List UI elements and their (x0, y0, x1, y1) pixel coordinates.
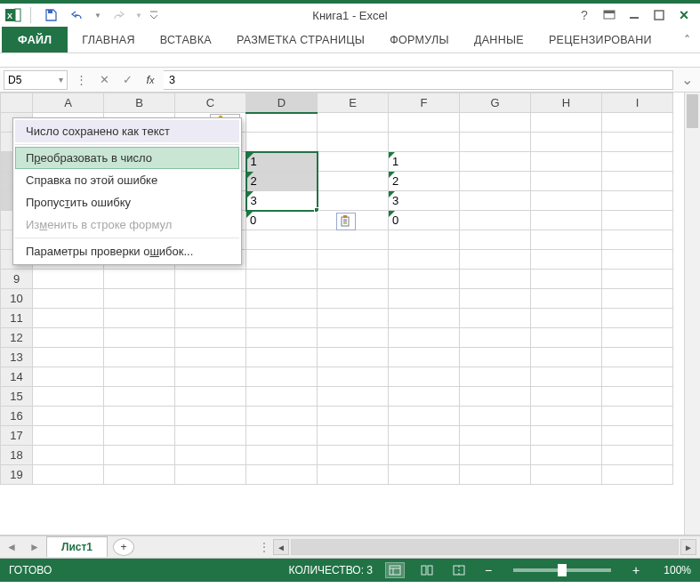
cell[interactable] (389, 289, 460, 309)
cell[interactable] (246, 387, 318, 407)
cell[interactable] (460, 230, 531, 250)
cell[interactable] (318, 348, 389, 367)
cell[interactable] (460, 426, 531, 446)
accept-formula-button[interactable]: ✓ (117, 70, 137, 90)
cell[interactable] (531, 348, 602, 367)
cell[interactable] (531, 289, 602, 309)
cell[interactable] (33, 387, 104, 407)
cell[interactable] (460, 446, 531, 465)
cell[interactable] (602, 133, 673, 152)
cell[interactable] (602, 309, 673, 328)
row-header[interactable]: 9 (1, 270, 33, 289)
cell[interactable] (389, 387, 460, 407)
redo-button[interactable] (108, 5, 129, 25)
cell[interactable] (460, 407, 531, 426)
cell[interactable] (246, 367, 318, 387)
col-header[interactable]: F (389, 93, 460, 113)
cell[interactable] (460, 152, 531, 172)
col-header[interactable]: D (246, 93, 318, 113)
cell[interactable] (175, 309, 246, 328)
cell[interactable] (602, 250, 673, 270)
cell[interactable] (460, 387, 531, 407)
cell[interactable] (602, 172, 673, 191)
cell[interactable]: 2 (246, 172, 318, 191)
cell[interactable] (602, 367, 673, 387)
cell[interactable] (318, 309, 389, 328)
cell[interactable] (460, 250, 531, 270)
cell[interactable]: 0 (246, 211, 318, 230)
cell[interactable] (33, 309, 104, 328)
cell[interactable] (389, 113, 460, 133)
cell[interactable] (246, 113, 318, 133)
menu-help[interactable]: Справка по этой ошибке (15, 169, 239, 191)
cell[interactable] (246, 270, 318, 289)
col-header[interactable]: A (33, 93, 104, 113)
cell[interactable] (602, 407, 673, 426)
cell[interactable] (389, 426, 460, 446)
formula-expand-button[interactable]: ⌄ (677, 71, 696, 88)
cell[interactable]: 3 (246, 191, 318, 211)
cell[interactable] (389, 367, 460, 387)
cell[interactable] (602, 387, 673, 407)
cell[interactable] (175, 367, 246, 387)
cell[interactable] (389, 348, 460, 367)
cell[interactable] (531, 133, 602, 152)
tab-home[interactable]: ГЛАВНАЯ (69, 27, 147, 52)
cell[interactable] (460, 191, 531, 211)
cell[interactable] (531, 328, 602, 348)
cell[interactable] (246, 289, 318, 309)
maximize-button[interactable] (648, 5, 670, 25)
cell[interactable] (246, 230, 318, 250)
cell[interactable] (389, 133, 460, 152)
cell[interactable] (531, 250, 602, 270)
cell[interactable] (318, 387, 389, 407)
tab-insert[interactable]: ВСТАВКА (148, 27, 224, 52)
cell[interactable] (175, 387, 246, 407)
sheet-nav-prev[interactable]: ◄ (0, 541, 23, 553)
cell[interactable] (318, 446, 389, 465)
cell[interactable]: 1 (389, 152, 460, 172)
hscroll-left[interactable]: ◄ (273, 539, 289, 555)
cell[interactable] (175, 465, 246, 485)
undo-button[interactable] (67, 5, 88, 25)
tab-formulas[interactable]: ФОРМУЛЫ (377, 27, 462, 52)
cancel-formula-button[interactable]: ✕ (94, 70, 114, 90)
cell[interactable] (246, 348, 318, 367)
cell[interactable] (246, 309, 318, 328)
cell[interactable] (389, 309, 460, 328)
cell[interactable] (104, 328, 175, 348)
view-page-layout-button[interactable] (417, 562, 437, 578)
col-header[interactable]: H (531, 93, 602, 113)
cell[interactable] (318, 270, 389, 289)
vertical-scrollbar[interactable] (684, 93, 700, 535)
col-header[interactable]: B (104, 93, 175, 113)
cell[interactable] (246, 250, 318, 270)
cell[interactable] (246, 426, 318, 446)
cell[interactable] (318, 191, 389, 211)
cell[interactable] (531, 407, 602, 426)
hscroll-right[interactable]: ► (680, 539, 696, 555)
cell[interactable] (389, 407, 460, 426)
cell[interactable] (318, 426, 389, 446)
cell[interactable] (318, 133, 389, 152)
cell[interactable] (531, 152, 602, 172)
menu-error-options[interactable]: Параметры проверки ошибок... (15, 240, 239, 262)
cell[interactable] (460, 270, 531, 289)
view-page-break-button[interactable] (449, 562, 469, 578)
cell[interactable] (175, 407, 246, 426)
cell[interactable] (531, 426, 602, 446)
cell[interactable] (531, 172, 602, 191)
cell[interactable] (531, 387, 602, 407)
cell[interactable] (460, 328, 531, 348)
cell[interactable] (460, 289, 531, 309)
cell[interactable] (318, 152, 389, 172)
cell[interactable] (531, 113, 602, 133)
horizontal-scrollbar[interactable]: ◄ ► (270, 539, 700, 555)
cell[interactable] (104, 446, 175, 465)
cell[interactable] (602, 426, 673, 446)
cell[interactable] (246, 446, 318, 465)
cell[interactable] (389, 446, 460, 465)
col-header[interactable]: E (318, 93, 389, 113)
cell[interactable] (602, 211, 673, 230)
col-header[interactable]: I (602, 93, 673, 113)
